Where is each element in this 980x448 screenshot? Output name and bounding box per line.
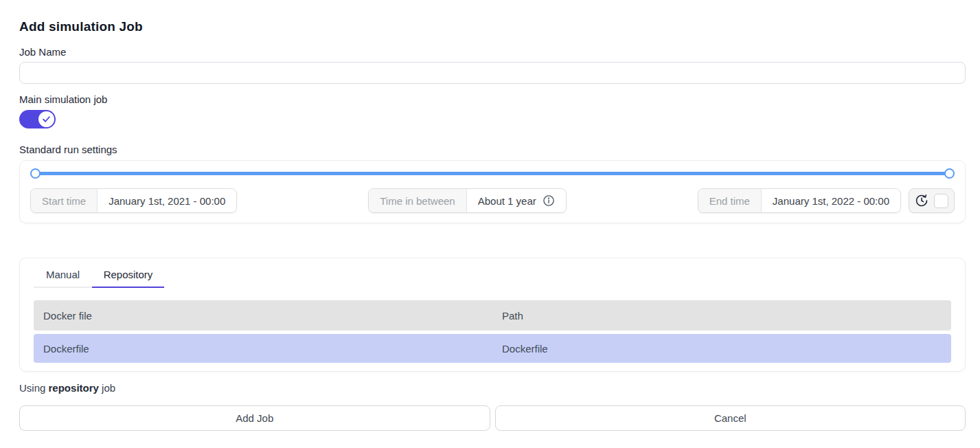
relative-time-toggle[interactable] bbox=[909, 188, 955, 213]
toggle-knob bbox=[38, 111, 54, 127]
tab-manual[interactable]: Manual bbox=[34, 264, 92, 288]
column-header-docker-file: Docker file bbox=[34, 300, 492, 331]
job-source-tabs: Manual Repository bbox=[34, 264, 951, 288]
docker-file-table: Docker file Path Dockerfile Dockerfile bbox=[34, 300, 951, 363]
time-in-between-label: Time in between bbox=[369, 189, 467, 212]
end-time-cluster: End time January 1st, 2022 - 00:00 bbox=[698, 188, 955, 213]
time-range-slider[interactable] bbox=[31, 168, 954, 179]
standard-run-settings-label: Standard run settings bbox=[19, 144, 966, 155]
main-simulation-job-toggle[interactable] bbox=[19, 110, 56, 128]
end-time-value[interactable]: January 1st, 2022 - 00:00 bbox=[762, 189, 900, 212]
clock-history-icon bbox=[915, 194, 928, 208]
add-simulation-job-form: Add simulation Job Job Name Main simulat… bbox=[0, 0, 980, 431]
status-highlight: repository bbox=[49, 382, 99, 394]
slider-handle-start[interactable] bbox=[30, 168, 41, 179]
check-icon bbox=[42, 115, 51, 124]
status-prefix: Using bbox=[19, 382, 49, 394]
cancel-button[interactable]: Cancel bbox=[495, 405, 966, 431]
time-in-between-value[interactable]: About 1 year bbox=[467, 189, 566, 212]
page-title: Add simulation Job bbox=[19, 19, 966, 34]
start-time-value[interactable]: January 1st, 2021 - 00:00 bbox=[98, 189, 236, 212]
tab-repository[interactable]: Repository bbox=[92, 264, 164, 288]
start-time-label: Start time bbox=[31, 189, 98, 212]
cell-docker-file: Dockerfile bbox=[34, 334, 492, 363]
start-time-group: Start time January 1st, 2021 - 00:00 bbox=[30, 188, 237, 213]
relative-time-checkbox[interactable] bbox=[934, 194, 948, 208]
run-settings-card: Start time January 1st, 2021 - 00:00 Tim… bbox=[19, 160, 966, 223]
job-source-card: Manual Repository Docker file Path Docke… bbox=[19, 258, 966, 372]
job-name-label: Job Name bbox=[19, 46, 966, 58]
main-simulation-job-label: Main simulation job bbox=[19, 93, 966, 105]
end-time-group: End time January 1st, 2022 - 00:00 bbox=[698, 188, 901, 213]
status-suffix: job bbox=[99, 382, 115, 394]
slider-handle-end[interactable] bbox=[944, 168, 955, 179]
info-icon[interactable] bbox=[543, 194, 555, 207]
time-fields-row: Start time January 1st, 2021 - 00:00 Tim… bbox=[30, 188, 955, 213]
time-in-between-group: Time in between About 1 year bbox=[368, 188, 567, 213]
cell-path: Dockerfile bbox=[492, 334, 951, 363]
time-in-between-text: About 1 year bbox=[478, 195, 536, 207]
add-job-button[interactable]: Add Job bbox=[19, 405, 490, 431]
column-header-path: Path bbox=[492, 300, 951, 331]
table-row[interactable]: Dockerfile Dockerfile bbox=[34, 334, 951, 363]
table-header-row: Docker file Path bbox=[34, 300, 951, 331]
slider-track[interactable] bbox=[31, 172, 954, 175]
using-job-status: Using repository job bbox=[19, 382, 966, 394]
job-name-input[interactable] bbox=[19, 62, 966, 84]
end-time-label: End time bbox=[698, 189, 762, 212]
form-actions: Add Job Cancel bbox=[19, 405, 966, 431]
